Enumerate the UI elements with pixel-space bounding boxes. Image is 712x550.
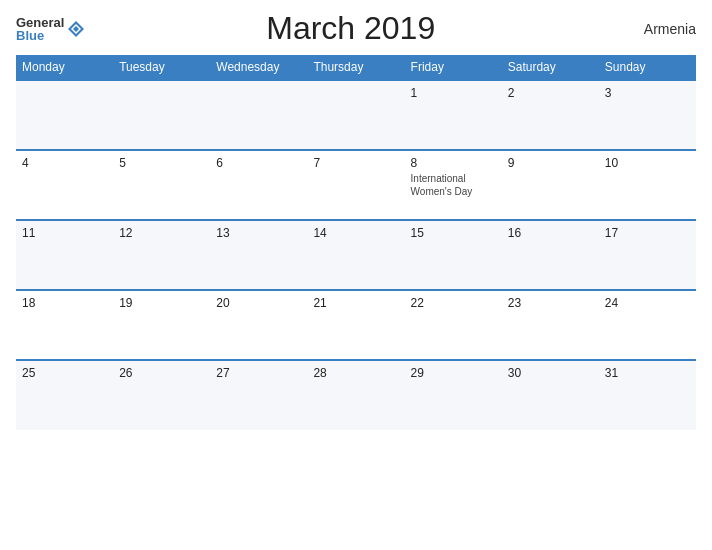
calendar-title: March 2019 [85,10,616,47]
holiday-label: International Women's Day [411,172,496,198]
calendar-week-row: 18192021222324 [16,290,696,360]
table-row: 10 [599,150,696,220]
table-row: 28 [307,360,404,430]
table-row: 6 [210,150,307,220]
day-number: 5 [119,156,204,170]
day-number: 22 [411,296,496,310]
weekday-header-row: Monday Tuesday Wednesday Thursday Friday… [16,55,696,80]
table-row [210,80,307,150]
day-number: 2 [508,86,593,100]
day-number: 11 [22,226,107,240]
table-row: 13 [210,220,307,290]
table-row: 24 [599,290,696,360]
table-row: 16 [502,220,599,290]
day-number: 4 [22,156,107,170]
table-row: 31 [599,360,696,430]
page: General Blue March 2019 Armenia Monday T… [0,0,712,550]
header-thursday: Thursday [307,55,404,80]
table-row: 29 [405,360,502,430]
calendar-week-row: 45678International Women's Day910 [16,150,696,220]
table-row: 22 [405,290,502,360]
header-friday: Friday [405,55,502,80]
header-monday: Monday [16,55,113,80]
day-number: 16 [508,226,593,240]
table-row: 1 [405,80,502,150]
calendar-week-row: 25262728293031 [16,360,696,430]
day-number: 15 [411,226,496,240]
header-sunday: Sunday [599,55,696,80]
day-number: 14 [313,226,398,240]
table-row: 21 [307,290,404,360]
calendar-table: Monday Tuesday Wednesday Thursday Friday… [16,55,696,430]
table-row: 5 [113,150,210,220]
country-label: Armenia [616,21,696,37]
day-number: 18 [22,296,107,310]
header-saturday: Saturday [502,55,599,80]
table-row [113,80,210,150]
day-number: 28 [313,366,398,380]
table-row: 3 [599,80,696,150]
day-number: 19 [119,296,204,310]
table-row: 17 [599,220,696,290]
table-row: 20 [210,290,307,360]
table-row: 7 [307,150,404,220]
table-row: 30 [502,360,599,430]
day-number: 9 [508,156,593,170]
logo: General Blue [16,16,85,42]
day-number: 12 [119,226,204,240]
table-row [307,80,404,150]
table-row: 15 [405,220,502,290]
day-number: 29 [411,366,496,380]
day-number: 21 [313,296,398,310]
day-number: 31 [605,366,690,380]
table-row: 27 [210,360,307,430]
day-number: 17 [605,226,690,240]
table-row: 26 [113,360,210,430]
header-wednesday: Wednesday [210,55,307,80]
table-row: 14 [307,220,404,290]
table-row: 18 [16,290,113,360]
day-number: 13 [216,226,301,240]
logo-blue-text: Blue [16,29,64,42]
table-row: 4 [16,150,113,220]
calendar-week-row: 123 [16,80,696,150]
day-number: 27 [216,366,301,380]
day-number: 30 [508,366,593,380]
day-number: 8 [411,156,496,170]
day-number: 3 [605,86,690,100]
day-number: 7 [313,156,398,170]
calendar-week-row: 11121314151617 [16,220,696,290]
day-number: 25 [22,366,107,380]
header: General Blue March 2019 Armenia [16,10,696,47]
table-row: 12 [113,220,210,290]
day-number: 20 [216,296,301,310]
table-row: 2 [502,80,599,150]
day-number: 26 [119,366,204,380]
header-tuesday: Tuesday [113,55,210,80]
day-number: 10 [605,156,690,170]
day-number: 23 [508,296,593,310]
day-number: 6 [216,156,301,170]
table-row: 23 [502,290,599,360]
table-row: 19 [113,290,210,360]
day-number: 24 [605,296,690,310]
day-number: 1 [411,86,496,100]
table-row: 9 [502,150,599,220]
table-row: 25 [16,360,113,430]
logo-icon [67,20,85,38]
table-row [16,80,113,150]
table-row: 8International Women's Day [405,150,502,220]
table-row: 11 [16,220,113,290]
logo-general-text: General [16,16,64,29]
